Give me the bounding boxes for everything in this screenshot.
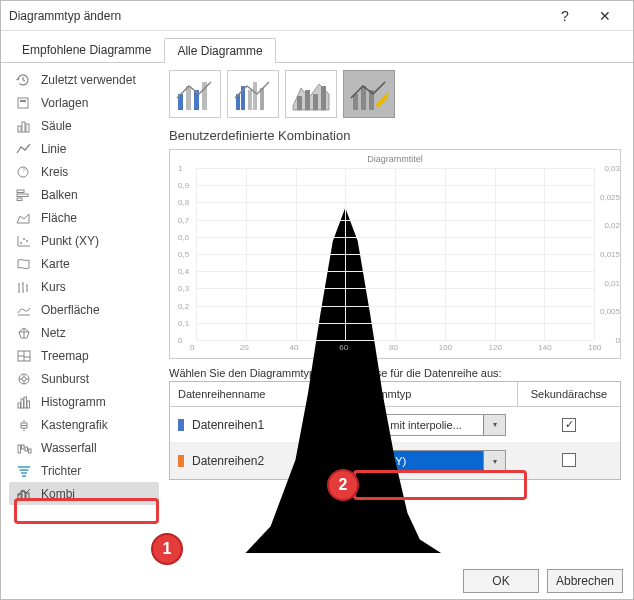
svg-rect-8 [17,198,22,201]
svg-rect-18 [27,401,30,408]
svg-rect-21 [22,445,25,449]
scatter-icon [15,233,33,248]
series-swatch [178,455,184,467]
sidebar-item-waterfall[interactable]: Wasserfall [9,436,159,459]
sidebar-item-scatter[interactable]: Punkt (XY) [9,229,159,252]
sidebar-item-column[interactable]: Säule [9,114,159,137]
sidebar-item-histogram[interactable]: Histogramm [9,390,159,413]
sidebar-item-label: Sunburst [41,372,89,386]
sidebar-item-stock[interactable]: Kurs [9,275,159,298]
svg-point-11 [26,240,28,242]
subtype-title: Benutzerdefinierte Kombination [169,128,621,143]
svg-rect-27 [22,475,26,477]
svg-rect-45 [361,86,366,110]
sidebar-item-label: Karte [41,257,70,271]
svg-rect-2 [18,126,21,132]
subtype-thumb-2[interactable] [227,70,279,118]
stock-icon [15,279,33,294]
sidebar-item-surface[interactable]: Oberfläche [9,298,159,321]
subtype-thumb-1[interactable] [169,70,221,118]
close-button[interactable]: ✕ [585,8,625,24]
subtype-thumb-3[interactable] [285,70,337,118]
recent-icon [15,72,33,87]
tab-recommended[interactable]: Empfohlene Diagramme [9,37,164,62]
sidebar-item-funnel[interactable]: Trichter [9,459,159,482]
sidebar-item-line[interactable]: Linie [9,137,159,160]
sidebar-item-label: Oberfläche [41,303,100,317]
svg-rect-7 [17,194,28,197]
line-icon [15,141,33,156]
sidebar-item-templates[interactable]: Vorlagen [9,91,159,114]
svg-rect-22 [25,447,28,451]
svg-rect-16 [21,399,24,408]
svg-rect-1 [20,100,26,102]
sunburst-icon [15,371,33,386]
svg-rect-20 [18,445,21,453]
waterfall-icon [15,440,33,455]
svg-rect-32 [186,86,191,110]
cancel-button[interactable]: Abbrechen [547,569,623,593]
radar-icon [15,325,33,340]
svg-rect-43 [321,86,326,110]
sidebar-item-label: Kastengrafik [41,418,108,432]
boxwhisker-icon [15,417,33,432]
svg-point-10 [23,238,25,240]
tab-all[interactable]: Alle Diagramme [164,38,275,63]
svg-point-13 [22,377,26,381]
svg-rect-6 [17,190,24,193]
chart-preview[interactable]: Diagrammtitel 00,10,20,30,40,50,60,70,80… [169,149,621,359]
sidebar-item-label: Trichter [41,464,81,478]
sidebar-item-label: Netz [41,326,66,340]
pie-icon [15,164,33,179]
sidebar-item-label: Treemap [41,349,89,363]
sidebar-item-sunburst[interactable]: Sunburst [9,367,159,390]
sidebar-item-radar[interactable]: Netz [9,321,159,344]
subtype-thumb-4-custom[interactable] [343,70,395,118]
svg-rect-41 [305,90,310,110]
bar-icon [15,187,33,202]
sidebar-item-label: Vorlagen [41,96,88,110]
svg-rect-17 [24,397,27,408]
funnel-icon [15,463,33,478]
sidebar-item-label: Säule [41,119,72,133]
sidebar-item-recent[interactable]: Zuletzt verwendet [9,68,159,91]
map-icon [15,256,33,271]
sidebar-item-label: Linie [41,142,66,156]
svg-rect-23 [29,449,32,453]
titlebar: Diagrammtyp ändern ? ✕ [1,1,633,31]
sidebar-item-boxwhisker[interactable]: Kastengrafik [9,413,159,436]
help-button[interactable]: ? [545,8,585,24]
sidebar-item-label: Wasserfall [41,441,97,455]
svg-rect-40 [297,96,302,110]
sidebar-item-pie[interactable]: Kreis [9,160,159,183]
window-title: Diagrammtyp ändern [9,9,545,23]
treemap-icon [15,348,33,363]
sidebar-item-bar[interactable]: Balken [9,183,159,206]
svg-point-9 [20,242,22,244]
chart-category-list: Zuletzt verwendet Vorlagen Säule Linie K… [9,68,159,553]
main-panel: Benutzerdefinierte Kombination Diagrammt… [159,68,625,553]
sidebar-item-area[interactable]: Fläche [9,206,159,229]
ok-button[interactable]: OK [463,569,539,593]
svg-rect-38 [253,82,257,110]
sidebar-item-label: Balken [41,188,78,202]
svg-rect-30 [26,493,29,500]
annotation-badge-1: 1 [151,533,183,565]
tab-strip: Empfohlene Diagramme Alle Diagramme [1,31,633,63]
histogram-icon [15,394,33,409]
sidebar-item-label: Kombi [41,487,75,501]
sidebar-item-treemap[interactable]: Treemap [9,344,159,367]
svg-rect-24 [18,466,30,468]
column-icon [15,118,33,133]
sidebar-item-label: Kurs [41,280,66,294]
combo-icon [15,486,33,501]
svg-rect-4 [26,124,29,132]
sidebar-item-label: Kreis [41,165,68,179]
sidebar-item-map[interactable]: Karte [9,252,159,275]
annotation-badge-2: 2 [327,469,359,501]
sidebar-item-combo[interactable]: Kombi [9,482,159,505]
sidebar-item-label: Histogramm [41,395,106,409]
svg-rect-44 [353,94,358,110]
svg-rect-37 [248,90,252,110]
sidebar-item-label: Zuletzt verwendet [41,73,136,87]
